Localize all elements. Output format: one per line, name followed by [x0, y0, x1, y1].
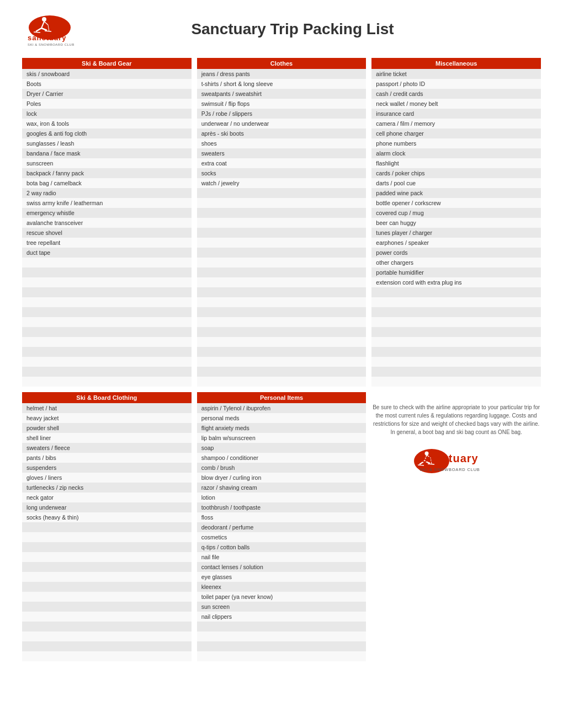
list-item: avalanche transceiver [22, 218, 192, 228]
list-item: toothbrush / toothpaste [197, 502, 367, 512]
list-item: toilet paper (ya never know) [197, 592, 367, 602]
list-item: bota bag / camelback [22, 178, 192, 188]
clothes-column: Clothes jeans / dress pantst-shirts / sh… [197, 58, 367, 387]
list-item: other chargers [371, 258, 541, 267]
bottom-right-column: Be sure to check with the airline approp… [371, 392, 541, 661]
list-item: insurance card [371, 109, 541, 119]
empty-row [22, 582, 192, 592]
svg-line-7 [34, 32, 40, 33]
list-item: comb / brush [197, 463, 367, 473]
empty-row [22, 337, 192, 347]
list-item: pants / bibs [22, 453, 192, 463]
list-item: aspirin / Tylenol / ibuprofen [197, 403, 367, 413]
ski-gear-list: skis / snowboardBootsDryer / CarrierPole… [22, 69, 192, 387]
empty-row [22, 631, 192, 641]
misc-column: Miscellaneous airline ticketpassport / p… [371, 58, 541, 387]
empty-row [22, 641, 192, 651]
list-item: shampoo / conditioner [197, 453, 367, 463]
empty-row [197, 258, 367, 267]
svg-line-8 [45, 31, 51, 31]
list-item: t-shirts / short & long sleeve [197, 79, 367, 89]
empty-row [22, 357, 192, 367]
logo-container: sanctuary SKI & SNOWBOARD CLUB [22, 11, 94, 47]
list-item: helmet / hat [22, 403, 192, 413]
empty-row [371, 357, 541, 367]
list-item: shoes [197, 138, 367, 148]
empty-row [197, 377, 367, 387]
list-item: lock [22, 109, 192, 119]
list-item: Poles [22, 99, 192, 109]
list-item: powder shell [22, 423, 192, 433]
list-item: contact lenses / solution [197, 562, 367, 572]
list-item: jeans / dress pants [197, 69, 367, 79]
list-item: tunes player / charger [371, 228, 541, 238]
list-item: nail clippers [197, 612, 367, 622]
list-item: cards / poker chips [371, 168, 541, 178]
page-title: Sanctuary Trip Packing List [110, 20, 475, 38]
page-header: sanctuary SKI & SNOWBOARD CLUB Sanctuary… [22, 11, 541, 47]
list-item: extra coat [197, 158, 367, 168]
list-item: cosmetics [197, 532, 367, 542]
list-item: flashlight [371, 158, 541, 168]
empty-row [371, 327, 541, 337]
empty-row [22, 622, 192, 631]
list-item: neck gator [22, 493, 192, 502]
list-item: sweaters / fleece [22, 443, 192, 453]
list-item: kleenex [197, 582, 367, 592]
clothes-header: Clothes [197, 58, 367, 69]
svg-point-1 [42, 17, 46, 22]
empty-row [22, 612, 192, 622]
list-item: Boots [22, 79, 192, 89]
empty-row [197, 651, 367, 661]
ski-board-gear-column: Ski & Board Gear skis / snowboardBootsDr… [22, 58, 192, 387]
list-item: sun screen [197, 602, 367, 612]
ski-board-gear-header: Ski & Board Gear [22, 58, 192, 69]
list-item: bandana / face mask [22, 148, 192, 158]
empty-row [197, 267, 367, 277]
empty-row [197, 218, 367, 228]
empty-row [22, 651, 192, 661]
empty-row [22, 522, 192, 532]
empty-row [22, 277, 192, 287]
personal-items-column: Personal Items aspirin / Tylenol / ibupr… [197, 392, 367, 661]
list-item: turtlenecks / zip necks [22, 483, 192, 493]
list-item: swiss army knife / leatherman [22, 198, 192, 208]
empty-row [371, 297, 541, 307]
empty-row [22, 377, 192, 387]
list-item: sunscreen [22, 158, 192, 168]
empty-row [371, 317, 541, 327]
empty-row [371, 287, 541, 297]
empty-row [22, 317, 192, 327]
bottom-logo: sanctuary SKI & SNOWBOARD CLUB [412, 445, 501, 483]
empty-row [197, 208, 367, 218]
list-item: cash / credit cards [371, 89, 541, 99]
empty-row [197, 287, 367, 297]
list-item: eye glasses [197, 572, 367, 582]
ski-clothing-header: Ski & Board Clothing [22, 392, 192, 403]
empty-row [22, 367, 192, 377]
empty-row [197, 347, 367, 357]
list-item: q-tips / cotton balls [197, 542, 367, 552]
empty-row [197, 631, 367, 641]
list-item: backpack / fanny pack [22, 168, 192, 178]
list-item: bottle opener / corkscrew [371, 198, 541, 208]
empty-row [22, 562, 192, 572]
empty-row [197, 277, 367, 287]
list-item: covered cup / mug [371, 208, 541, 218]
list-item: soap [197, 443, 367, 453]
list-item: earphones / speaker [371, 238, 541, 248]
list-item: portable humidifier [371, 267, 541, 277]
list-item: phone numbers [371, 138, 541, 148]
empty-row [22, 267, 192, 277]
list-item: underwear / no underwear [197, 119, 367, 129]
empty-row [197, 641, 367, 651]
empty-row [197, 317, 367, 327]
list-item: blow dryer / curling iron [197, 473, 367, 483]
svg-text:SKI & SNOWBOARD CLUB: SKI & SNOWBOARD CLUB [28, 43, 75, 46]
misc-header: Miscellaneous [371, 58, 541, 69]
list-item: PJs / robe / slippers [197, 109, 367, 119]
list-item: rescue shovel [22, 228, 192, 238]
list-item: beer can huggy [371, 218, 541, 228]
bottom-sanctuary-logo: sanctuary SKI & SNOWBOARD CLUB [412, 445, 501, 483]
sanctuary-logo: sanctuary SKI & SNOWBOARD CLUB [22, 11, 94, 47]
